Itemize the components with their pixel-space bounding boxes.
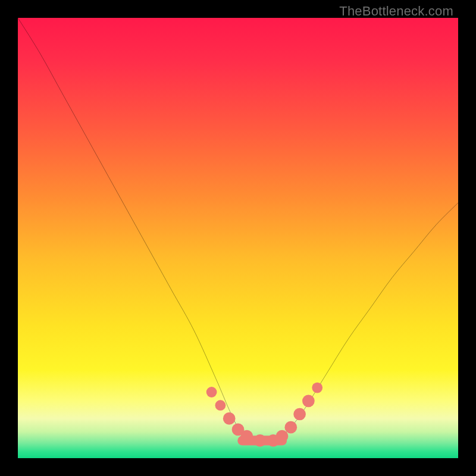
curve-marker [215,400,226,411]
curve-marker [302,394,315,407]
curve-marker [223,412,236,425]
curve-marker [284,421,297,434]
curve-marker [293,408,306,421]
bottleneck-curve [18,18,458,441]
watermark-text: TheBottleneck.com [339,4,453,19]
curve-layer [18,18,458,458]
curve-marker [206,387,217,397]
plot-area [18,18,458,458]
curve-marker [312,383,322,393]
